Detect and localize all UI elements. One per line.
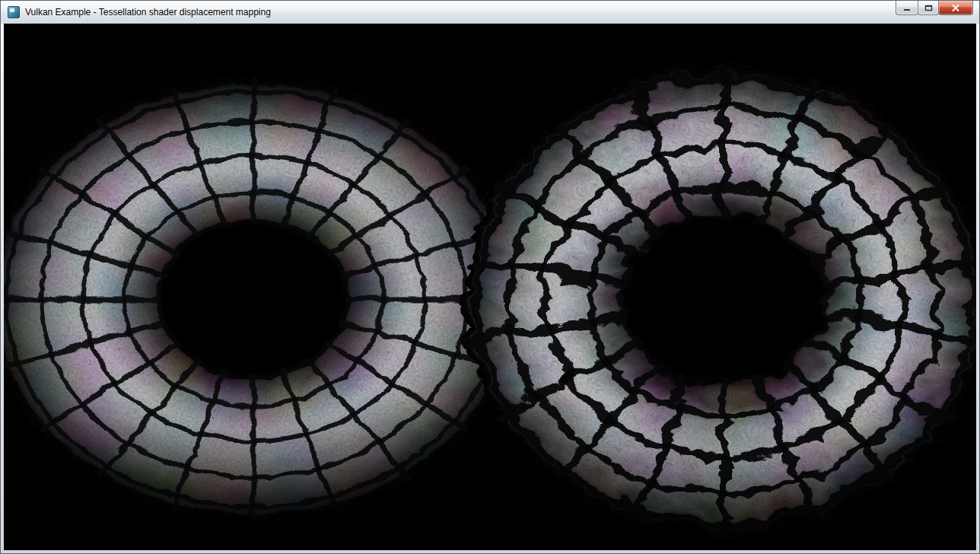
torus-right-shade	[430, 31, 976, 550]
title-bar[interactable]: Vulkan Example - Tessellation shader dis…	[1, 1, 979, 24]
maximize-button[interactable]	[918, 1, 939, 15]
render-viewport[interactable]	[4, 24, 976, 550]
minimize-button[interactable]	[896, 1, 918, 15]
minimize-icon	[903, 5, 911, 11]
window-title: Vulkan Example - Tessellation shader dis…	[25, 7, 271, 18]
close-icon	[952, 5, 959, 11]
close-button[interactable]	[938, 1, 973, 15]
torus-right	[430, 31, 976, 550]
scene-svg	[4, 24, 976, 550]
app-window: Vulkan Example - Tessellation shader dis…	[0, 0, 980, 554]
window-controls	[896, 1, 973, 15]
app-icon	[8, 6, 20, 18]
maximize-icon	[924, 5, 933, 11]
